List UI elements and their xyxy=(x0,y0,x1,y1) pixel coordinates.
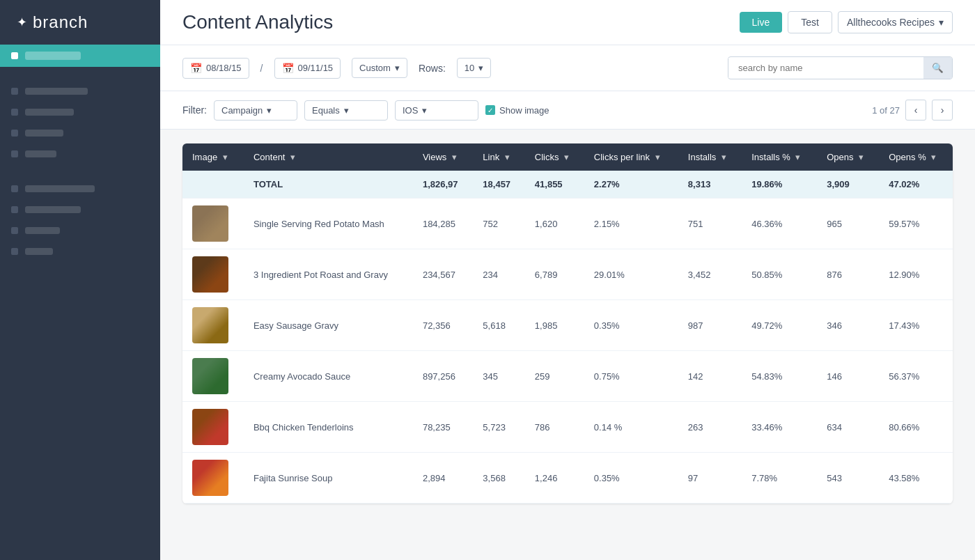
row-clicks: 786 xyxy=(525,402,584,453)
table-row: 3 Ingredient Pot Roast and Gravy 234,567… xyxy=(182,249,953,300)
org-dropdown[interactable]: Allthecooks Recipes xyxy=(838,11,953,33)
row-opens: 543 xyxy=(817,453,879,504)
toolbar: 08/18/15 / 09/11/15 Custom Rows: 10 🔍 xyxy=(160,45,975,91)
active-dot xyxy=(11,52,18,59)
row-views: 897,256 xyxy=(413,351,473,402)
test-button[interactable]: Test xyxy=(788,11,832,33)
food-image xyxy=(192,409,228,445)
row-name-cell: Creamy Avocado Sauce xyxy=(244,351,413,402)
row-opens: 346 xyxy=(817,300,879,351)
opens-pct-sort-icon: ▾ xyxy=(931,152,936,162)
row-installs: 3,452 xyxy=(678,249,742,300)
dot-8 xyxy=(11,248,18,255)
rows-select[interactable]: 10 xyxy=(457,58,491,78)
food-image xyxy=(192,205,228,242)
rows-value: 10 xyxy=(465,63,474,73)
total-row: TOTAL 1,826,97 18,457 41,855 2.27% 8,313… xyxy=(182,171,953,199)
sidebar-item-3[interactable] xyxy=(0,123,160,143)
live-button[interactable]: Live xyxy=(740,12,783,33)
opens-sort-icon: ▾ xyxy=(859,152,864,162)
food-image xyxy=(192,358,228,394)
dot-6 xyxy=(11,206,18,213)
date-start-input[interactable]: 08/18/15 xyxy=(182,58,249,79)
sidebar-item-1[interactable] xyxy=(0,81,160,102)
main-content: Content Analytics Live Test Allthecooks … xyxy=(160,0,975,560)
label-bar-8 xyxy=(25,248,53,255)
calendar-end-icon xyxy=(282,63,294,74)
sidebar-item-4[interactable] xyxy=(0,143,160,164)
col-installs[interactable]: Installs ▾ xyxy=(678,143,742,171)
sidebar-item-5[interactable] xyxy=(0,178,160,199)
date-range-select[interactable]: Custom xyxy=(352,58,407,78)
dot-5 xyxy=(11,185,18,192)
sidebar-item-2[interactable] xyxy=(0,102,160,123)
org-chevron-icon xyxy=(939,17,944,28)
dot-3 xyxy=(11,130,18,137)
col-content[interactable]: Content ▾ xyxy=(244,143,413,171)
dot-1 xyxy=(11,88,18,95)
org-label: Allthecooks Recipes xyxy=(847,17,935,28)
table-row: Easy Sausage Gravy 72,356 5,618 1,985 0.… xyxy=(182,300,953,351)
installs-pct-sort-icon: ▾ xyxy=(795,152,800,162)
sidebar-item-7[interactable] xyxy=(0,220,160,241)
row-views: 2,894 xyxy=(413,453,473,504)
sidebar-item-6[interactable] xyxy=(0,199,160,220)
col-opens-pct[interactable]: Opens % ▾ xyxy=(879,143,953,171)
col-image[interactable]: Image ▾ xyxy=(182,143,244,171)
total-clicks-per-link: 2.27% xyxy=(584,171,678,199)
label-bar-2 xyxy=(25,109,74,116)
row-name-cell: Single Serving Red Potato Mash xyxy=(244,199,413,249)
total-image-cell xyxy=(182,171,244,199)
row-name-cell: 3 Ingredient Pot Roast and Gravy xyxy=(244,249,413,300)
label-bar-4 xyxy=(25,150,56,157)
row-installs: 263 xyxy=(678,402,742,453)
sidebar-item-active[interactable] xyxy=(0,45,160,67)
total-clicks: 41,855 xyxy=(525,171,584,199)
search-input[interactable] xyxy=(728,58,923,78)
row-installs-pct: 54.83% xyxy=(742,351,817,402)
show-image-toggle[interactable]: ✓ Show image xyxy=(485,105,549,116)
equals-select[interactable]: Equals xyxy=(304,100,388,120)
pagination: 1 of 27 xyxy=(872,100,953,120)
row-link: 752 xyxy=(473,199,525,249)
campaign-select[interactable]: Campaign xyxy=(214,100,297,120)
sidebar-section-bottom xyxy=(0,178,160,262)
row-opens-pct: 80.66% xyxy=(879,402,953,453)
campaign-label: Campaign xyxy=(221,105,263,116)
row-installs-pct: 46.36% xyxy=(742,199,817,249)
row-clicks: 259 xyxy=(525,351,584,402)
row-installs-pct: 33.46% xyxy=(742,402,817,453)
link-sort-icon: ▾ xyxy=(505,152,510,162)
prev-page-button[interactable] xyxy=(905,100,926,120)
date-end-input[interactable]: 09/11/15 xyxy=(274,58,341,79)
row-opens-pct: 12.90% xyxy=(879,249,953,300)
rows-label: Rows: xyxy=(419,63,446,74)
row-image-cell xyxy=(182,199,244,249)
date-separator: / xyxy=(260,63,263,74)
food-image xyxy=(192,460,228,496)
col-installs-pct[interactable]: Installs % ▾ xyxy=(742,143,817,171)
label-bar-3 xyxy=(25,130,63,137)
col-opens[interactable]: Opens ▾ xyxy=(817,143,879,171)
col-clicks[interactable]: Clicks ▾ xyxy=(525,143,584,171)
ios-select[interactable]: IOS xyxy=(395,100,478,120)
col-views[interactable]: Views ▾ xyxy=(413,143,473,171)
row-clicks: 6,789 xyxy=(525,249,584,300)
installs-sort-icon: ▾ xyxy=(722,152,726,162)
row-link: 5,618 xyxy=(473,300,525,351)
row-link: 3,568 xyxy=(473,453,525,504)
filter-label: Filter: xyxy=(182,104,207,116)
row-link: 5,723 xyxy=(473,402,525,453)
search-button[interactable]: 🔍 xyxy=(923,57,952,79)
active-label-bar xyxy=(25,52,81,60)
table-row: Creamy Avocado Sauce 897,256 345 259 0.7… xyxy=(182,351,953,402)
calendar-start-icon xyxy=(190,63,202,74)
table-row: Bbq Chicken Tenderloins 78,235 5,723 786… xyxy=(182,402,953,453)
sidebar-logo[interactable]: ✦ branch xyxy=(0,0,160,45)
food-image xyxy=(192,307,228,343)
sidebar-item-8[interactable] xyxy=(0,241,160,262)
total-installs-pct: 19.86% xyxy=(742,171,817,199)
col-link[interactable]: Link ▾ xyxy=(473,143,525,171)
next-page-button[interactable] xyxy=(932,100,953,120)
col-clicks-per-link[interactable]: Clicks per link ▾ xyxy=(584,143,678,171)
